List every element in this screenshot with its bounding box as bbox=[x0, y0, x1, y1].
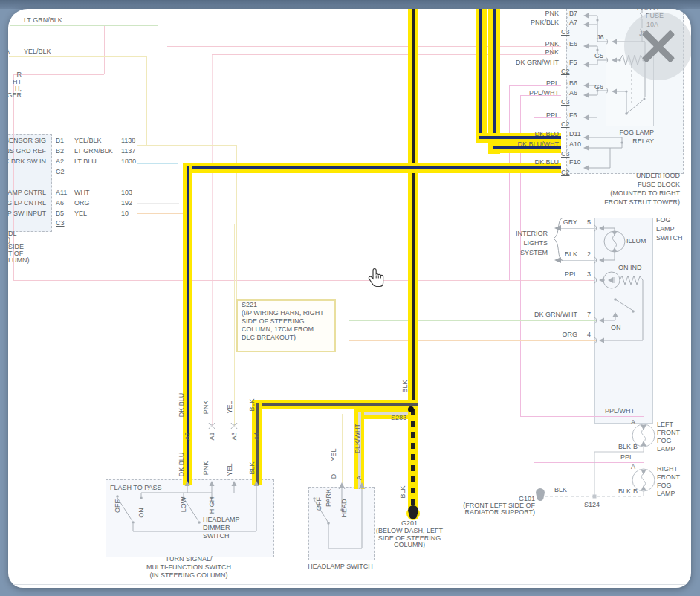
diagram-panel: B LT GRN/BLK A YEL/BLK R HT H, GER SENSO… bbox=[8, 9, 691, 588]
wire-ltgrnblk-top bbox=[10, 25, 158, 26]
fog-switch-title: LAMP bbox=[656, 225, 675, 233]
bcm-circuit: 1830 bbox=[121, 158, 136, 165]
bcm-signal: OG LP CNTRL bbox=[8, 199, 46, 207]
fs-wire-color: ORG bbox=[484, 331, 577, 338]
bcm-wire-color: ORG bbox=[74, 199, 90, 207]
pin-label: A bbox=[631, 418, 635, 426]
clipped-text: GER bbox=[8, 91, 22, 99]
fb-pin: B7 bbox=[569, 10, 577, 17]
screen: { "window": { "close_icon": "×" }, "top_… bbox=[0, 0, 700, 596]
fs-pin: 5 bbox=[587, 218, 591, 226]
hl-blk-a4-hcore bbox=[256, 403, 418, 406]
hl-blk-ground-dashes bbox=[411, 409, 415, 509]
wire-label-blk: BLK bbox=[399, 470, 406, 514]
fb-connector-ref: C3 bbox=[561, 28, 570, 36]
wire-label-blk: BLK bbox=[554, 486, 567, 493]
switch-position: PARK bbox=[325, 476, 332, 520]
bcm-circuit: 103 bbox=[121, 189, 132, 196]
fb-wire-color: DK BLU bbox=[463, 130, 559, 137]
fb-connector-ref: C3 bbox=[561, 98, 570, 106]
fs-wire-color: BLK bbox=[484, 250, 577, 258]
bcm-signal: ENS GRD REF bbox=[8, 147, 46, 155]
wire-ppl-3 bbox=[13, 280, 594, 281]
pin-label: B bbox=[8, 16, 10, 24]
fb-pin: B6 bbox=[569, 80, 577, 87]
fb-wire-color: DK BLU/WHT bbox=[463, 140, 559, 148]
wire-yel-a3-vert bbox=[234, 224, 235, 426]
ground-label: COLUMN) bbox=[335, 541, 484, 548]
relay-pin: G6 bbox=[594, 83, 603, 91]
fb-pin: A7 bbox=[569, 19, 577, 26]
pin-label: B bbox=[633, 488, 638, 495]
clipped-text: LUMN) bbox=[8, 256, 30, 264]
wire-label-yelblk: YEL/BLK bbox=[24, 48, 51, 55]
ground-label: RADIATOR SUPPORT) bbox=[438, 508, 535, 516]
lamp-name: RIGHT bbox=[657, 465, 678, 473]
pin-label: A bbox=[631, 463, 635, 470]
bcm-pin: A6 bbox=[56, 199, 64, 207]
dimmer-caption: (IN STEERING COLUMN) bbox=[114, 571, 263, 579]
s221-note: DLC BREAKOUT) bbox=[242, 334, 296, 341]
lamp-name: LAMP bbox=[657, 490, 675, 497]
fb-pin: A6 bbox=[569, 89, 577, 97]
divider bbox=[8, 584, 691, 585]
bcm-signal: LAMP CNTRL bbox=[8, 189, 46, 196]
wire-label: BLK/WHT bbox=[354, 416, 361, 461]
fb-wire-color: PNK bbox=[463, 40, 559, 48]
bcm-signal: SENSOR SIG bbox=[8, 137, 46, 144]
bcm-circuit: 1138 bbox=[121, 137, 135, 144]
dimmer-name: SWITCH bbox=[203, 532, 230, 540]
wire-gry-5 bbox=[559, 228, 596, 229]
illum-label: ILLUM bbox=[626, 237, 646, 244]
wire-label-ppl: PPL bbox=[620, 453, 633, 461]
wire-yelblk-row bbox=[137, 145, 236, 146]
wire-pnk-a1-vert bbox=[212, 55, 213, 426]
wire-label-blk: BLK bbox=[618, 488, 631, 495]
switch-position: HEAD bbox=[340, 486, 348, 531]
lamp-name: FOG bbox=[657, 437, 672, 444]
dimmer-name: HEADLAMP bbox=[203, 516, 240, 523]
bcm-pin: B5 bbox=[56, 210, 64, 217]
close-button[interactable] bbox=[624, 12, 691, 80]
wire-ltblu-vert bbox=[178, 9, 178, 163]
relay-name: RELAY bbox=[580, 137, 654, 145]
lamp-name: LEFT bbox=[657, 421, 673, 428]
pin-label: A bbox=[8, 48, 10, 55]
wire-label-ltgrnblk: LT GRN/BLK bbox=[24, 16, 62, 24]
fs-pin: 3 bbox=[587, 271, 591, 278]
wire-yelblk-top bbox=[9, 56, 146, 57]
bcm-pin: B2 bbox=[56, 147, 64, 155]
dimmer-caption: TURN SIGNAL/ bbox=[114, 555, 263, 563]
fs-wire-color: PPL bbox=[484, 271, 577, 278]
clipped-text: R bbox=[8, 71, 22, 78]
cursor-pointer-icon bbox=[367, 268, 386, 294]
fb-pin: F5 bbox=[569, 59, 577, 66]
bcm-circuit: 192 bbox=[121, 199, 132, 207]
s221-note: SIDE OF STEERING bbox=[242, 317, 305, 325]
fog-switch-title: SWITCH bbox=[656, 234, 683, 242]
relay-name: FOG LAMP bbox=[580, 129, 654, 136]
interior-lights-label: INTERIOR bbox=[473, 230, 548, 237]
splice-label: S283 bbox=[391, 414, 406, 421]
ground-label: (BELOW DASH, LEFT bbox=[335, 527, 484, 534]
wire-pplwht-leftlamp bbox=[520, 416, 644, 417]
wire-ltgrnblk-row bbox=[137, 155, 158, 155]
fb-wire-color: PNK bbox=[463, 48, 559, 56]
fs-wire-color: GRY bbox=[484, 218, 577, 226]
window-top-bar bbox=[0, 0, 700, 9]
lamp-name: FRONT bbox=[657, 429, 680, 436]
wire-ltblu-row bbox=[137, 163, 178, 164]
wire-ppl-rightlamp-stub bbox=[644, 462, 644, 469]
bcm-wire-color: YEL/BLK bbox=[74, 137, 102, 144]
wire-ppl-box-top bbox=[13, 74, 104, 75]
on-ind-label: ON IND bbox=[618, 264, 642, 271]
wire-org-stub bbox=[137, 213, 187, 214]
bcm-pin: B1 bbox=[56, 137, 64, 144]
wire-pnkblk-a7-vert bbox=[104, 25, 105, 74]
fb-connector-ref: C2 bbox=[561, 120, 570, 128]
bcm-circuit: 10 bbox=[121, 210, 129, 217]
bcm-wire-color: LT GRN/BLK bbox=[74, 147, 113, 155]
headlamp-caption: HEADLAMP SWITCH bbox=[266, 563, 415, 570]
bcm-connector-ref: C2 bbox=[56, 168, 65, 175]
wire-yel-headlamp-vert bbox=[342, 414, 343, 483]
